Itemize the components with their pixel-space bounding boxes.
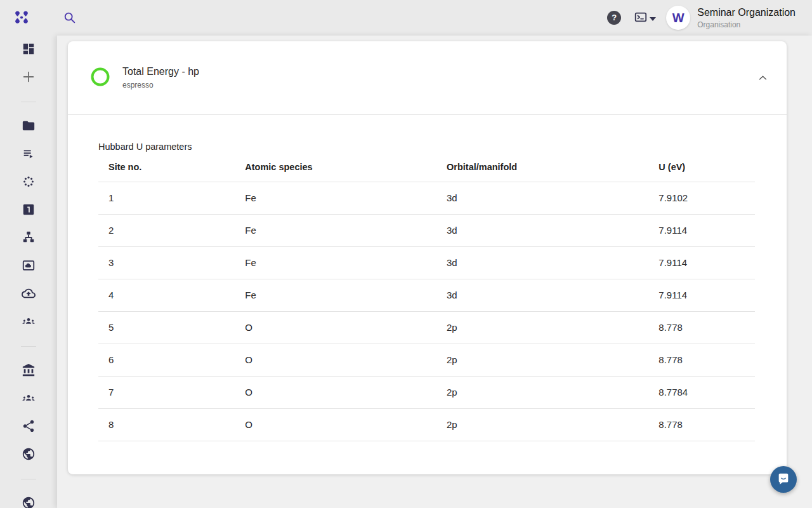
sidebar-item-add-new[interactable] [0, 64, 57, 91]
column-header: Site no. [98, 153, 235, 182]
folder-icon [22, 119, 36, 135]
cell-orbital-manifold: 3d [436, 279, 648, 312]
cloud-upload-icon [22, 286, 36, 302]
plus-icon [22, 70, 36, 86]
sidebar-item-media[interactable] [0, 252, 57, 280]
chat-button[interactable] [770, 466, 797, 493]
cell-orbital-manifold: 3d [436, 215, 648, 247]
result-card: Total Energy - hp espresso Hubbard U par… [68, 41, 787, 474]
table-row: 7 O 2p 8.7784 [98, 377, 755, 409]
sidebar-item-materials[interactable] [0, 112, 57, 140]
cell-u-ev: 7.9102 [648, 182, 755, 215]
table-row: 2 Fe 3d 7.9114 [98, 215, 755, 247]
column-header: Orbital/manifold [436, 153, 648, 182]
cell-atomic-species: O [235, 377, 436, 409]
looks-one-icon [22, 203, 36, 218]
cell-u-ev: 8.778 [648, 344, 755, 377]
chat-bubble-icon [776, 472, 790, 488]
help-button[interactable]: ? [607, 11, 621, 25]
bank-icon [22, 363, 36, 379]
sidebar-item-language[interactable] [0, 490, 57, 508]
sidebar-item-public[interactable] [0, 441, 57, 469]
sidebar-item-jobs[interactable] [0, 140, 57, 168]
cell-atomic-species: O [235, 409, 436, 441]
cell-orbital-manifold: 2p [436, 312, 648, 344]
cell-atomic-species: Fe [235, 215, 436, 247]
table-header-row: Site no.Atomic speciesOrbital/manifoldU … [98, 153, 755, 182]
table-row: 4 Fe 3d 7.9114 [98, 279, 755, 312]
chevron-up-icon [758, 73, 768, 83]
card-body: Hubbard U parameters Site no.Atomic spec… [68, 115, 787, 474]
column-header: Atomic species [235, 153, 436, 182]
sidebar-item-unit[interactable] [0, 196, 57, 224]
cell-atomic-species: Fe [235, 279, 436, 312]
table-row: 3 Fe 3d 7.9114 [98, 247, 755, 279]
sidebar-item-workflows[interactable] [0, 224, 57, 252]
status-ring-icon [91, 67, 110, 89]
cell-u-ev: 7.9114 [648, 215, 755, 247]
share-icon [22, 419, 36, 435]
table-row: 8 O 2p 8.778 [98, 409, 755, 441]
main-content: Total Energy - hp espresso Hubbard U par… [57, 36, 812, 508]
sidebar-item-clusters[interactable] [0, 168, 57, 196]
cell-atomic-species: O [235, 344, 436, 377]
globe-icon [22, 447, 36, 463]
sidebar-item-community[interactable] [0, 385, 57, 413]
sidebar-divider [21, 479, 36, 479]
collapse-button[interactable] [754, 69, 771, 87]
hubbard-table: Site no.Atomic speciesOrbital/manifoldU … [98, 153, 755, 441]
cell-site-no: 3 [98, 247, 235, 279]
chevron-down-icon [650, 13, 656, 23]
sidebar-divider [21, 102, 36, 102]
cell-orbital-manifold: 2p [436, 409, 648, 441]
cell-u-ev: 8.7784 [648, 377, 755, 409]
cell-orbital-manifold: 2p [436, 344, 648, 377]
console-icon [634, 10, 648, 26]
dashboard-icon [22, 42, 36, 58]
table-caption: Hubbard U parameters [98, 115, 755, 152]
search-icon [63, 17, 77, 27]
topbar: ? W Seminar Organization Organisation [0, 0, 812, 36]
console-menu-button[interactable] [634, 10, 656, 26]
table-row: 1 Fe 3d 7.9102 [98, 182, 755, 215]
sidebar-item-dashboard[interactable] [0, 36, 57, 64]
cell-u-ev: 7.9114 [648, 247, 755, 279]
cell-orbital-manifold: 3d [436, 182, 648, 215]
logo-icon [13, 18, 30, 28]
card-subtitle: espresso [122, 81, 199, 90]
workflow-tree-icon [22, 231, 36, 246]
group-icon [22, 314, 36, 330]
sidebar-item-organization[interactable] [0, 357, 57, 385]
cell-site-no: 8 [98, 409, 235, 441]
sidebar-item-share[interactable] [0, 413, 57, 441]
org-switcher[interactable]: W Seminar Organization Organisation [666, 6, 796, 30]
cell-orbital-manifold: 2p [436, 377, 648, 409]
org-text: Seminar Organization Organisation [697, 7, 796, 29]
sidebar-divider [21, 346, 36, 347]
card-header: Total Energy - hp espresso [68, 41, 787, 115]
cell-u-ev: 8.778 [648, 409, 755, 441]
sidebar-item-team[interactable] [0, 308, 57, 336]
cell-site-no: 5 [98, 312, 235, 344]
table-row: 6 O 2p 8.778 [98, 344, 755, 377]
card-title: Total Energy - hp [122, 66, 199, 77]
avatar: W [666, 6, 690, 30]
cell-site-no: 6 [98, 344, 235, 377]
sidebar [0, 36, 57, 508]
app-logo[interactable] [13, 10, 30, 26]
cell-orbital-manifold: 3d [436, 247, 648, 279]
cell-u-ev: 8.778 [648, 312, 755, 344]
cell-atomic-species: Fe [235, 247, 436, 279]
cell-site-no: 7 [98, 377, 235, 409]
cell-atomic-species: O [235, 312, 436, 344]
card-titles: Total Energy - hp espresso [122, 66, 199, 90]
search-button[interactable] [63, 11, 77, 25]
sidebar-item-import[interactable] [0, 280, 57, 308]
globe-icon [22, 496, 36, 508]
cell-site-no: 2 [98, 215, 235, 247]
cloud-box-icon [22, 258, 36, 274]
cell-site-no: 4 [98, 279, 235, 312]
cell-u-ev: 7.9114 [648, 279, 755, 312]
cell-atomic-species: Fe [235, 182, 436, 215]
org-name: Seminar Organization [697, 7, 796, 18]
